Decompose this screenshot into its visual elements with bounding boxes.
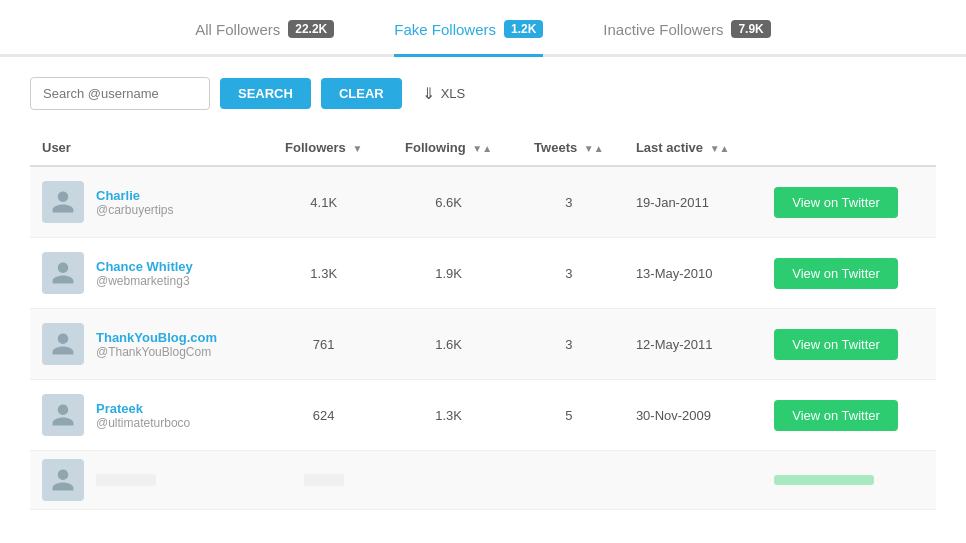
sort-followers-icon: ▼ <box>352 143 362 154</box>
user-name-0[interactable]: Charlie <box>96 188 174 203</box>
clear-button[interactable]: CLEAR <box>321 78 402 109</box>
cell-tweets-0: 3 <box>514 166 624 238</box>
view-twitter-button-1[interactable]: View on Twitter <box>774 258 898 289</box>
download-icon: ⇓ <box>422 84 435 103</box>
avatar-1 <box>42 252 84 294</box>
user-handle-0: @carbuyertips <box>96 203 174 217</box>
table-container: User Followers ▼ Following ▼▲ Tweets ▼▲ … <box>0 120 966 510</box>
cell-tweets-partial <box>514 451 624 510</box>
user-handle-3: @ultimateturboco <box>96 416 190 430</box>
cell-last-active-2: 12-May-2011 <box>624 309 762 380</box>
tabs-bar: All Followers 22.2K Fake Followers 1.2K … <box>0 0 966 57</box>
cell-last-active-partial <box>624 451 762 510</box>
cell-tweets-3: 5 <box>514 380 624 451</box>
cell-following-partial <box>383 451 514 510</box>
user-name-2[interactable]: ThankYouBlog.com <box>96 330 217 345</box>
cell-action-2: View on Twitter <box>762 309 936 380</box>
cell-last-active-0: 19-Jan-2011 <box>624 166 762 238</box>
cell-user-2: ThankYouBlog.com @ThankYouBlogCom <box>30 309 264 380</box>
followers-table: User Followers ▼ Following ▼▲ Tweets ▼▲ … <box>30 130 936 510</box>
cell-action-partial <box>762 451 936 510</box>
avatar-2 <box>42 323 84 365</box>
cell-tweets-2: 3 <box>514 309 624 380</box>
sort-following-icon: ▼▲ <box>472 143 492 154</box>
col-header-tweets[interactable]: Tweets ▼▲ <box>514 130 624 166</box>
cell-action-1: View on Twitter <box>762 238 936 309</box>
table-header-row: User Followers ▼ Following ▼▲ Tweets ▼▲ … <box>30 130 936 166</box>
sort-tweets-icon: ▼▲ <box>584 143 604 154</box>
tab-all-followers[interactable]: All Followers 22.2K <box>195 20 334 54</box>
cell-followers-1: 1.3K <box>264 238 383 309</box>
table-row-partial <box>30 451 936 510</box>
cell-followers-partial <box>264 451 383 510</box>
tab-inactive-badge: 7.9K <box>731 20 770 38</box>
avatar-partial <box>42 459 84 501</box>
cell-last-active-3: 30-Nov-2009 <box>624 380 762 451</box>
cell-action-0: View on Twitter <box>762 166 936 238</box>
tab-fake-followers[interactable]: Fake Followers 1.2K <box>394 20 543 57</box>
cell-user-1: Chance Whitley @webmarketing3 <box>30 238 264 309</box>
cell-following-1: 1.9K <box>383 238 514 309</box>
tab-inactive-followers[interactable]: Inactive Followers 7.9K <box>603 20 770 54</box>
cell-user-0: Charlie @carbuyertips <box>30 166 264 238</box>
cell-followers-3: 624 <box>264 380 383 451</box>
col-header-followers[interactable]: Followers ▼ <box>264 130 383 166</box>
sort-last-active-icon: ▼▲ <box>710 143 730 154</box>
cell-followers-0: 4.1K <box>264 166 383 238</box>
tab-all-badge: 22.2K <box>288 20 334 38</box>
col-header-last-active[interactable]: Last active ▼▲ <box>624 130 762 166</box>
cell-last-active-1: 13-May-2010 <box>624 238 762 309</box>
table-row: Prateek @ultimateturboco 624 1.3K 5 30-N… <box>30 380 936 451</box>
tab-inactive-label: Inactive Followers <box>603 21 723 38</box>
search-button[interactable]: SEARCH <box>220 78 311 109</box>
user-handle-1: @webmarketing3 <box>96 274 193 288</box>
xls-label: XLS <box>441 86 466 101</box>
tab-fake-badge: 1.2K <box>504 20 543 38</box>
cell-tweets-1: 3 <box>514 238 624 309</box>
search-input[interactable] <box>30 77 210 110</box>
col-header-user: User <box>30 130 264 166</box>
cell-following-2: 1.6K <box>383 309 514 380</box>
view-twitter-button-3[interactable]: View on Twitter <box>774 400 898 431</box>
cell-user-3: Prateek @ultimateturboco <box>30 380 264 451</box>
table-row: Chance Whitley @webmarketing3 1.3K 1.9K … <box>30 238 936 309</box>
view-twitter-button-0[interactable]: View on Twitter <box>774 187 898 218</box>
table-row: Charlie @carbuyertips 4.1K 6.6K 3 19-Jan… <box>30 166 936 238</box>
user-handle-2: @ThankYouBlogCom <box>96 345 217 359</box>
cell-followers-2: 761 <box>264 309 383 380</box>
cell-following-3: 1.3K <box>383 380 514 451</box>
partial-name-bar <box>96 474 156 486</box>
table-row: ThankYouBlog.com @ThankYouBlogCom 761 1.… <box>30 309 936 380</box>
avatar-3 <box>42 394 84 436</box>
cell-following-0: 6.6K <box>383 166 514 238</box>
user-name-1[interactable]: Chance Whitley <box>96 259 193 274</box>
col-header-action <box>762 130 936 166</box>
cell-action-3: View on Twitter <box>762 380 936 451</box>
tab-fake-label: Fake Followers <box>394 21 496 38</box>
avatar-0 <box>42 181 84 223</box>
view-twitter-button-2[interactable]: View on Twitter <box>774 329 898 360</box>
toolbar: SEARCH CLEAR ⇓ XLS <box>0 57 966 120</box>
tab-all-label: All Followers <box>195 21 280 38</box>
xls-export-button[interactable]: ⇓ XLS <box>422 84 466 103</box>
col-header-following[interactable]: Following ▼▲ <box>383 130 514 166</box>
user-name-3[interactable]: Prateek <box>96 401 190 416</box>
cell-user-partial <box>30 451 264 510</box>
